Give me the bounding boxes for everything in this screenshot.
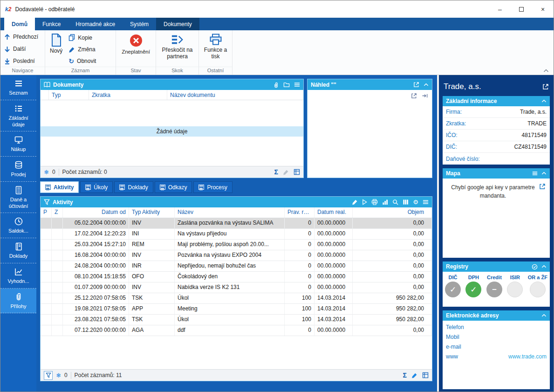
zneplatneni-button[interactable]: Zneplatnění (120, 33, 152, 66)
table-row[interactable]: 17.02.2004 12:20:23ININa výstavu přijedo… (41, 229, 432, 240)
check-circle-icon[interactable] (532, 264, 538, 270)
address-row-telefon[interactable]: Telefon (443, 322, 550, 332)
tab-doklady[interactable]: Doklady (114, 181, 153, 193)
snowflake-icon[interactable]: ❄ (56, 372, 61, 379)
dalsi-button[interactable]: Další (4, 46, 41, 52)
sum-icon[interactable]: Σ (274, 169, 278, 175)
column-header-nazev-dokumentu[interactable]: Název dokumentu (167, 90, 303, 100)
obnovit-button[interactable]: ↻ Obnovit (68, 58, 96, 64)
tab-odkazy[interactable]: Odkazy (155, 181, 192, 193)
table-row[interactable]: 25.03.2004 15:27:10REMMají problémy, poš… (41, 240, 432, 250)
tab-aktivity[interactable]: Aktivity (40, 181, 79, 193)
column-header-zkratka[interactable]: Zkratka (89, 90, 167, 100)
column-header-typ[interactable]: Typ (49, 90, 89, 100)
preskocit-na-partnera-button[interactable]: Přeskočit na partnera (159, 33, 196, 66)
ribbon-tab-hromadne-akce[interactable]: Hromadné akce (68, 18, 123, 30)
collapse-chevron-icon[interactable] (424, 83, 429, 87)
table-row[interactable]: 08.10.2004 15:18:55OFOČokoládový den000.… (41, 272, 432, 282)
dokumenty-table-body[interactable]: Žádné údaje (41, 100, 303, 166)
grid-settings-icon[interactable] (422, 372, 429, 378)
menu-icon[interactable] (532, 171, 538, 176)
address-row-mobil[interactable]: Mobil (443, 332, 550, 342)
table-row[interactable]: 25.12.2020 07:58:05TSKÚkol10014.03.20149… (41, 293, 432, 304)
gear-icon[interactable]: ⚙ (413, 199, 418, 205)
sidebar-item-seznam[interactable]: Seznam (0, 75, 36, 100)
registry-item-isir[interactable]: ISIR (507, 275, 523, 307)
novy-button[interactable]: Nový (48, 33, 64, 66)
attachment-paperclip-icon[interactable] (273, 82, 279, 88)
sum-icon[interactable]: Σ (403, 372, 407, 378)
registry-item-dph[interactable]: DPH✓ (465, 275, 481, 307)
table-row[interactable]: 23.08.2021 07:58:05TSKÚkol10014.03.20149… (41, 315, 432, 325)
fit-width-icon[interactable] (422, 93, 428, 99)
ribbon-tab-dokumenty[interactable]: Dokumenty (156, 18, 199, 30)
section-header-adresy[interactable]: Elektronické adresy (443, 310, 550, 321)
column-header-p[interactable]: P (41, 207, 52, 218)
snowflake-icon[interactable]: ❄ (44, 169, 49, 176)
address-row-e-mail[interactable]: e-mail (443, 342, 550, 351)
columns-icon[interactable] (403, 199, 409, 205)
search-icon[interactable] (392, 199, 398, 205)
print-icon[interactable] (371, 199, 378, 205)
bar-chart-icon[interactable] (382, 199, 388, 205)
edit-pencil-icon[interactable] (283, 169, 289, 175)
column-header-prav-real[interactable]: Prav. real. (285, 207, 315, 218)
collapse-chevron-icon[interactable] (541, 314, 547, 317)
close-button[interactable]: × (532, 0, 554, 18)
menu-icon[interactable] (423, 199, 429, 205)
table-row[interactable]: 01.07.2009 00:00:00INVNabídka verze IS K… (41, 282, 432, 293)
edit-pencil-icon[interactable] (411, 372, 417, 378)
grid-settings-icon[interactable] (294, 169, 300, 175)
minimize-button[interactable]: – (489, 0, 511, 18)
sidebar-item-prodej[interactable]: Prodej (0, 157, 36, 182)
collapse-chevron-icon[interactable] (541, 265, 547, 268)
table-row[interactable]: 07.12.2020 00:00:00AGAddf000.00.00000,00 (41, 325, 432, 336)
run-play-icon[interactable] (362, 199, 367, 205)
popout-icon[interactable] (542, 83, 549, 90)
sidebar-item-zakladni-udaje[interactable]: Základní údaje (0, 100, 36, 132)
ribbon-collapse-button[interactable] (543, 69, 549, 73)
table-row[interactable]: 19.08.2021 07:58:05APPMeeting10014.03.20… (41, 304, 432, 315)
sidebar-item-prilohy[interactable]: Přílohy (0, 289, 36, 314)
section-header-mapa[interactable]: Mapa (443, 168, 550, 179)
table-row[interactable]: 24.08.2004 00:00:00INRNepřijedou, nemají… (41, 261, 432, 272)
sidebar-item-saldokonto[interactable]: Saldok... (0, 213, 36, 238)
maximize-button[interactable] (511, 0, 532, 18)
open-external-icon[interactable] (539, 183, 546, 190)
registry-item-dic[interactable]: DIČ✓ (445, 275, 461, 307)
edit-pencil-icon[interactable] (352, 199, 358, 205)
collapse-chevron-icon[interactable] (541, 172, 547, 175)
registry-item-or-a-zf[interactable]: OR a ŽF (528, 275, 547, 307)
menu-icon[interactable] (294, 82, 300, 88)
table-row[interactable]: 05.02.2004 00:00:00INVZaslána pozvánka n… (41, 218, 432, 229)
sidebar-item-dane-a-uctovani[interactable]: Daně a účtování (0, 182, 36, 213)
sidebar-item-vyhodnoceni[interactable]: Vyhodn... (0, 263, 36, 289)
kopie-button[interactable]: Kopie (68, 34, 96, 41)
column-header-typ-aktivity[interactable]: Typ Aktivity (129, 207, 175, 218)
table-row[interactable]: 16.08.2004 00:00:00INVPozvánka na výstav… (41, 250, 432, 261)
funkce-a-tisk-button[interactable]: Funkce a tisk (202, 33, 229, 66)
column-header-nazev[interactable]: Název (175, 207, 285, 218)
open-external-icon[interactable] (411, 93, 417, 99)
sidebar-item-nakup[interactable]: Nákup (0, 131, 36, 157)
column-header-z[interactable]: Z (52, 207, 63, 218)
zmena-button[interactable]: Změna (68, 46, 96, 53)
section-header-zakladni[interactable]: Základní informace (443, 96, 550, 106)
ribbon-tab-system[interactable]: Systém (123, 18, 156, 30)
ribbon-tab-domu[interactable]: Domů (4, 18, 35, 30)
column-header-datum-real[interactable]: Datum real. (315, 207, 353, 218)
section-header-registry[interactable]: Registry (443, 261, 550, 272)
column-header-objem[interactable]: Objem (353, 207, 432, 218)
folder-icon[interactable] (283, 82, 290, 88)
collapse-chevron-icon[interactable] (541, 99, 547, 103)
ribbon-tab-funkce[interactable]: Funkce (35, 18, 68, 30)
predchozi-button[interactable]: Předchozí (4, 34, 41, 40)
column-header-datum-od[interactable]: Datum od (63, 207, 129, 218)
tab-ukoly[interactable]: Úkoly (80, 181, 113, 193)
tab-procesy[interactable]: Procesy (193, 181, 232, 193)
address-row-www[interactable]: wwwwww.trade.com (443, 351, 550, 361)
filter-active-button[interactable] (44, 371, 53, 380)
sidebar-item-doklady[interactable]: Doklady (0, 238, 36, 263)
registry-item-credit[interactable]: Credit– (486, 275, 502, 307)
posledni-button[interactable]: Poslední (4, 58, 41, 64)
